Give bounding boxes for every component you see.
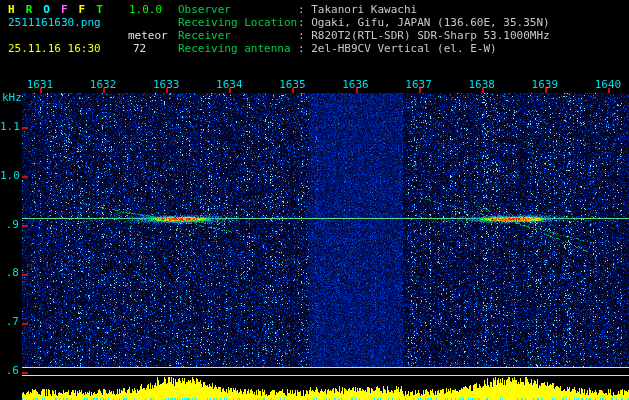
time-axis-label: 1634 (208, 79, 250, 91)
time-axis-label: 1639 (524, 79, 566, 91)
station-row-value: : Takanori Kawachi (298, 3, 417, 16)
freq-axis-label: .6 (0, 365, 19, 377)
time-axis-label: 1635 (271, 79, 313, 91)
hrofft-app-window: HROFFT 1.0.0 2511161630.png meteor 25.11… (0, 0, 629, 400)
output-filename: 2511161630.png (8, 17, 101, 29)
echo-count: 72 (133, 43, 146, 55)
time-axis-label: 1636 (335, 79, 377, 91)
time-axis-label: 1631 (19, 79, 61, 91)
station-row-observer: Observer: Takanori Kawachi (178, 4, 417, 16)
app-title-letter: O (43, 4, 50, 16)
time-axis-label: 1640 (587, 79, 629, 91)
mode-label: meteor (128, 30, 168, 42)
app-version: 1.0.0 (129, 4, 162, 16)
time-axis-label: 1638 (461, 79, 503, 91)
app-title-letter: F (79, 4, 86, 16)
station-row-value: : Ogaki, Gifu, JAPAN (136.60E, 35.35N) (298, 16, 550, 29)
station-row-label: Receiver (178, 30, 298, 42)
station-row-antenna: Receiving antenna: 2el-HB9CV Vertical (e… (178, 43, 497, 55)
station-row-label: Receiving antenna (178, 43, 298, 55)
timestamp: 25.11.16 16:30 (8, 43, 101, 55)
station-row-value: : 2el-HB9CV Vertical (el. E-W) (298, 42, 497, 55)
station-row-receiver: Receiver: R820T2(RTL-SDR) SDR-Sharp 53.1… (178, 30, 550, 42)
app-title-letter: R (26, 4, 33, 16)
app-title: HROFFT (8, 4, 114, 16)
freq-axis-unit: kHz (2, 92, 22, 104)
spectrogram-canvas (0, 0, 629, 400)
time-axis-label: 1633 (145, 79, 187, 91)
station-row-value: : R820T2(RTL-SDR) SDR-Sharp 53.1000MHz (298, 29, 550, 42)
freq-axis-label: .8 (0, 267, 19, 279)
station-row-label: Observer (178, 4, 298, 16)
time-axis-label: 1637 (398, 79, 440, 91)
app-title-letter: T (96, 4, 103, 16)
app-title-letter: H (8, 4, 15, 16)
freq-axis-label: .7 (0, 316, 19, 328)
freq-axis-label: 1.1 (0, 121, 19, 133)
time-axis-label: 1632 (82, 79, 124, 91)
freq-axis-label: 1.0 (0, 170, 19, 182)
station-row-label: Receiving Location (178, 17, 298, 29)
app-title-letter: F (61, 4, 68, 16)
station-row-location: Receiving Location: Ogaki, Gifu, JAPAN (… (178, 17, 550, 29)
freq-axis-label: .9 (0, 219, 19, 231)
